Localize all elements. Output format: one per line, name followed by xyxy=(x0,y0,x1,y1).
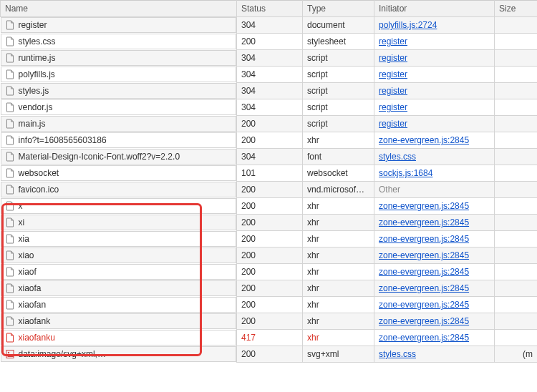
table-row[interactable]: Material-Design-Iconic-Font.woff2?v=2.2.… xyxy=(1,149,538,165)
table-row[interactable]: xia200xhrzone-evergreen.js:2845 xyxy=(1,231,538,248)
initiator-link[interactable]: sockjs.js:1684 xyxy=(379,168,432,178)
file-icon xyxy=(6,267,14,277)
cell-name[interactable]: x xyxy=(1,198,237,214)
table-row[interactable]: xiaof200xhrzone-evergreen.js:2845 xyxy=(1,264,538,280)
cell-initiator[interactable]: register xyxy=(374,67,495,83)
table-row[interactable]: polyfills.js304scriptregister xyxy=(1,67,538,83)
initiator-link[interactable]: polyfills.js:2724 xyxy=(379,20,437,30)
cell-name[interactable]: xiaof xyxy=(1,264,237,280)
table-row[interactable]: xi200xhrzone-evergreen.js:2845 xyxy=(1,215,538,231)
cell-initiator[interactable]: zone-evergreen.js:2845 xyxy=(374,330,495,346)
table-row[interactable]: info?t=1608565603186200xhrzone-evergreen… xyxy=(1,132,538,149)
cell-initiator[interactable]: register xyxy=(374,99,495,116)
table-row[interactable]: xiao200xhrzone-evergreen.js:2845 xyxy=(1,248,538,264)
cell-type: svg+xml xyxy=(303,346,374,363)
table-row[interactable]: styles.js304scriptregister xyxy=(1,83,538,99)
initiator-link[interactable]: zone-evergreen.js:2845 xyxy=(379,135,469,145)
cell-initiator[interactable]: zone-evergreen.js:2845 xyxy=(374,297,495,313)
cell-name[interactable]: polyfills.js xyxy=(1,67,237,82)
initiator-link[interactable]: zone-evergreen.js:2845 xyxy=(379,333,469,343)
initiator-link[interactable]: zone-evergreen.js:2845 xyxy=(379,300,469,310)
cell-name[interactable]: data:image/svg+xml,… xyxy=(1,346,237,362)
cell-name[interactable]: xiaofan xyxy=(1,297,237,313)
cell-name[interactable]: info?t=1608565603186 xyxy=(1,132,237,148)
initiator-link[interactable]: register xyxy=(379,53,407,63)
col-initiator[interactable]: Initiator xyxy=(374,1,495,17)
cell-type: script xyxy=(303,83,374,99)
cell-initiator[interactable]: zone-evergreen.js:2845 xyxy=(374,280,495,297)
cell-name[interactable]: vendor.js xyxy=(1,99,237,115)
cell-type: script xyxy=(303,50,374,67)
initiator-link[interactable]: register xyxy=(379,36,407,46)
cell-name[interactable]: websocket xyxy=(1,165,237,181)
cell-status: 200 xyxy=(237,280,303,297)
cell-name[interactable]: xi xyxy=(1,215,237,230)
table-row[interactable]: websocket101websocketsockjs.js:1684 xyxy=(1,165,538,182)
cell-initiator[interactable]: zone-evergreen.js:2845 xyxy=(374,231,495,248)
cell-initiator[interactable]: zone-evergreen.js:2845 xyxy=(374,132,495,149)
initiator-link[interactable]: zone-evergreen.js:2845 xyxy=(379,267,469,277)
cell-name[interactable]: xia xyxy=(1,231,237,247)
cell-name[interactable]: xiaofanku xyxy=(1,330,237,346)
cell-initiator[interactable]: zone-evergreen.js:2845 xyxy=(374,313,495,330)
cell-initiator[interactable]: styles.css xyxy=(374,149,495,165)
col-type[interactable]: Type xyxy=(303,1,374,17)
initiator-link[interactable]: styles.css xyxy=(379,152,416,162)
cell-type: xhr xyxy=(303,248,374,264)
cell-initiator[interactable]: register xyxy=(374,50,495,67)
cell-name[interactable]: xiaofank xyxy=(1,313,237,329)
col-name[interactable]: Name xyxy=(1,1,237,17)
cell-name[interactable]: xiaofa xyxy=(1,280,237,296)
cell-name[interactable]: register xyxy=(1,17,237,33)
cell-type: vnd.microsof… xyxy=(303,182,374,198)
cell-initiator[interactable]: register xyxy=(374,116,495,132)
cell-initiator[interactable]: styles.css xyxy=(374,346,495,363)
initiator-link[interactable]: zone-evergreen.js:2845 xyxy=(379,316,469,326)
initiator-link[interactable]: zone-evergreen.js:2845 xyxy=(379,201,469,211)
table-row[interactable]: styles.css200stylesheetregister xyxy=(1,34,538,50)
file-icon xyxy=(6,119,14,129)
initiator-link[interactable]: register xyxy=(379,69,407,79)
table-row[interactable]: xiaofanku417xhrzone-evergreen.js:2845 xyxy=(1,330,538,346)
cell-status: 304 xyxy=(237,50,303,67)
initiator-link[interactable]: zone-evergreen.js:2845 xyxy=(379,283,469,293)
col-size[interactable]: Size xyxy=(495,1,538,17)
request-name: register xyxy=(19,20,47,30)
network-table: Name Status Type Initiator Size register… xyxy=(0,0,537,363)
initiator-link[interactable]: zone-evergreen.js:2845 xyxy=(379,250,469,260)
cell-initiator[interactable]: register xyxy=(374,34,495,50)
cell-name[interactable]: xiao xyxy=(1,248,237,263)
table-row[interactable]: xiaofan200xhrzone-evergreen.js:2845 xyxy=(1,297,538,313)
table-row[interactable]: xiaofank200xhrzone-evergreen.js:2845 xyxy=(1,313,538,330)
cell-initiator[interactable]: zone-evergreen.js:2845 xyxy=(374,215,495,231)
cell-type: websocket xyxy=(303,165,374,182)
cell-name[interactable]: runtime.js xyxy=(1,50,237,66)
table-row[interactable]: runtime.js304scriptregister xyxy=(1,50,538,67)
initiator-link[interactable]: styles.css xyxy=(379,349,416,359)
table-row[interactable]: data:image/svg+xml,…200svg+xmlstyles.css… xyxy=(1,346,538,363)
cell-initiator[interactable]: zone-evergreen.js:2845 xyxy=(374,264,495,280)
table-row[interactable]: register304documentpolyfills.js:2724 xyxy=(1,17,538,34)
cell-name[interactable]: styles.css xyxy=(1,34,237,49)
cell-name[interactable]: main.js xyxy=(1,116,237,132)
cell-initiator[interactable]: polyfills.js:2724 xyxy=(374,17,495,34)
initiator-link[interactable]: zone-evergreen.js:2845 xyxy=(379,217,469,227)
cell-initiator[interactable]: zone-evergreen.js:2845 xyxy=(374,248,495,264)
table-row[interactable]: favicon.ico200vnd.microsof…Other xyxy=(1,182,538,198)
table-row[interactable]: x200xhrzone-evergreen.js:2845 xyxy=(1,198,538,215)
cell-name[interactable]: Material-Design-Iconic-Font.woff2?v=2.2.… xyxy=(1,149,237,165)
table-row[interactable]: main.js200scriptregister xyxy=(1,116,538,132)
initiator-link[interactable]: register xyxy=(379,119,407,129)
cell-initiator[interactable]: zone-evergreen.js:2845 xyxy=(374,198,495,215)
initiator-link[interactable]: register xyxy=(379,86,407,96)
cell-initiator[interactable]: sockjs.js:1684 xyxy=(374,165,495,182)
initiator-link[interactable]: zone-evergreen.js:2845 xyxy=(379,234,469,244)
cell-initiator[interactable]: register xyxy=(374,83,495,99)
initiator-link[interactable]: register xyxy=(379,102,407,112)
table-row[interactable]: vendor.js304scriptregister xyxy=(1,99,538,116)
file-icon xyxy=(6,201,14,211)
col-status[interactable]: Status xyxy=(237,1,303,17)
table-row[interactable]: xiaofa200xhrzone-evergreen.js:2845 xyxy=(1,280,538,297)
cell-name[interactable]: styles.js xyxy=(1,83,237,99)
cell-name[interactable]: favicon.ico xyxy=(1,182,237,197)
